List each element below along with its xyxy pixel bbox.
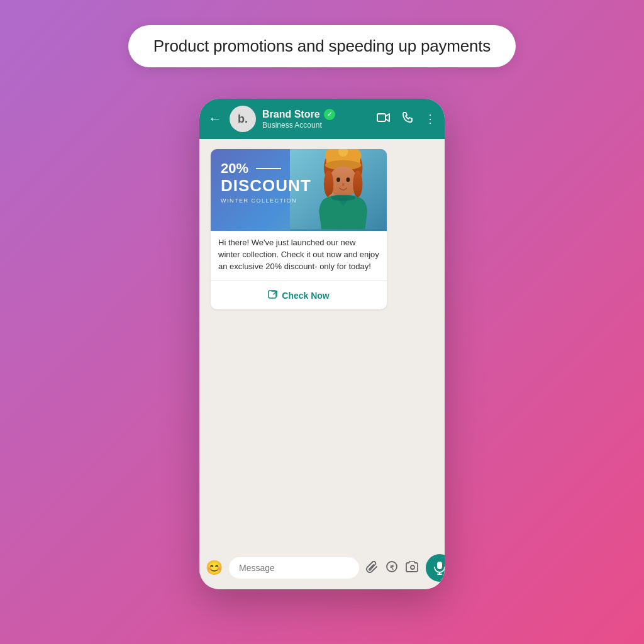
svg-point-17 bbox=[411, 565, 414, 569]
external-link-icon bbox=[268, 290, 278, 302]
chat-area: 20% DISCOUNT WINTER COLLECTION bbox=[199, 139, 445, 549]
avatar: b. bbox=[230, 106, 256, 132]
promo-percent: 20% bbox=[221, 160, 311, 177]
svg-text:₹: ₹ bbox=[390, 564, 394, 570]
more-options-icon[interactable]: ⋮ bbox=[425, 112, 436, 126]
message-body: Hi there! We've just launched our new wi… bbox=[211, 231, 387, 277]
message-input[interactable] bbox=[229, 557, 359, 579]
phone-call-icon[interactable] bbox=[402, 112, 413, 126]
promo-message-bubble: 20% DISCOUNT WINTER COLLECTION bbox=[211, 149, 387, 309]
check-now-button[interactable]: Check Now bbox=[211, 285, 387, 309]
contact-info: Brand Store ✓ Business Account bbox=[262, 109, 370, 130]
top-label: Product promotions and speeding up payme… bbox=[128, 25, 516, 67]
svg-rect-18 bbox=[437, 562, 442, 569]
svg-point-11 bbox=[347, 177, 350, 182]
camera-icon[interactable] bbox=[406, 561, 419, 575]
contact-name: Brand Store ✓ bbox=[262, 109, 370, 120]
input-action-icons: ₹ bbox=[365, 560, 419, 576]
svg-point-12 bbox=[342, 183, 345, 186]
emoji-button[interactable]: 😊 bbox=[206, 560, 223, 576]
promo-line bbox=[256, 168, 281, 169]
input-bar: 😊 ₹ bbox=[199, 549, 445, 589]
cta-label: Check Now bbox=[282, 291, 329, 301]
mic-button[interactable] bbox=[426, 554, 445, 582]
svg-rect-0 bbox=[377, 114, 386, 121]
phone-frame: ← b. Brand Store ✓ Business Account bbox=[199, 99, 445, 589]
attach-icon[interactable] bbox=[365, 560, 378, 576]
payment-icon[interactable]: ₹ bbox=[386, 560, 398, 576]
message-divider bbox=[211, 280, 387, 281]
svg-point-10 bbox=[336, 177, 340, 182]
promo-banner: 20% DISCOUNT WINTER COLLECTION bbox=[211, 149, 387, 231]
svg-point-13 bbox=[331, 195, 355, 201]
promo-discount-label: DISCOUNT bbox=[221, 177, 311, 195]
contact-subtitle: Business Account bbox=[262, 121, 370, 130]
header-icons: ⋮ bbox=[377, 112, 436, 126]
video-call-icon[interactable] bbox=[377, 113, 391, 126]
svg-point-8 bbox=[324, 170, 333, 197]
chat-header: ← b. Brand Store ✓ Business Account bbox=[199, 99, 445, 139]
back-button[interactable]: ← bbox=[208, 111, 222, 127]
svg-point-9 bbox=[353, 170, 362, 197]
verified-badge: ✓ bbox=[324, 109, 335, 120]
promo-text: 20% DISCOUNT WINTER COLLECTION bbox=[221, 160, 311, 204]
promo-collection-label: WINTER COLLECTION bbox=[221, 197, 311, 204]
